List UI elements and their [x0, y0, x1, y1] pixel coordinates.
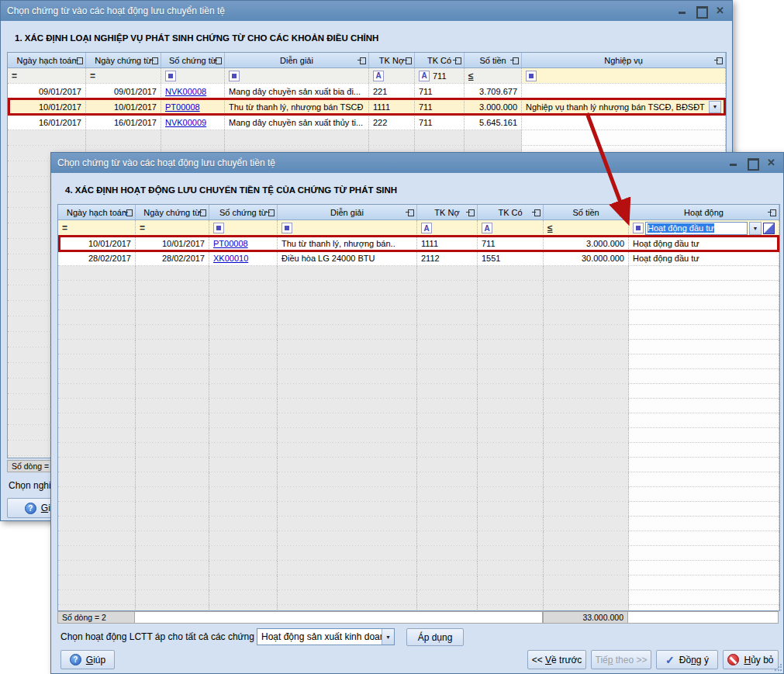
equals-filter-icon[interactable]: = — [140, 223, 145, 233]
column-header-Hoạt động[interactable]: Hoạt động — [629, 205, 779, 219]
minimize-icon[interactable] — [728, 157, 740, 168]
column-header-Số tiền[interactable]: Số tiền — [544, 205, 629, 219]
activity-filter-input[interactable]: Hoạt động đầu tư — [645, 222, 748, 235]
filter-edit-icon[interactable] — [763, 223, 775, 234]
pin-icon[interactable] — [198, 209, 206, 216]
minimize-icon[interactable] — [677, 5, 689, 16]
pin-icon[interactable] — [150, 57, 158, 64]
empty-cell — [415, 130, 465, 145]
table-row[interactable]: 28/02/201728/02/2017XK00010Điều hòa LG 2… — [58, 251, 779, 266]
column-header-TK Nợ[interactable]: TK Nợ — [369, 53, 415, 67]
table-row[interactable]: 10/01/201710/01/2017PT00008Thu từ thanh … — [58, 237, 779, 251]
list-filter-icon[interactable] — [526, 71, 537, 81]
text-filter-icon[interactable]: A — [421, 223, 432, 233]
pin-icon[interactable] — [768, 209, 776, 216]
pin-icon[interactable] — [266, 209, 275, 216]
column-header-Số chứng từ[interactable]: Số chứng từ — [209, 205, 278, 219]
filter-cell[interactable]: A — [417, 220, 478, 236]
filter-cell[interactable]: = — [136, 220, 209, 236]
pin-icon[interactable] — [466, 209, 475, 216]
filter-cell[interactable] — [161, 68, 225, 83]
cancel-button[interactable]: Hủy bỏ — [723, 650, 779, 669]
ok-button[interactable]: ✓Đồng ý — [656, 650, 718, 669]
column-header-TK Có[interactable]: TK Có — [478, 205, 544, 219]
filter-cell[interactable] — [209, 220, 278, 236]
list-filter-icon[interactable] — [633, 223, 644, 233]
list-filter-icon[interactable] — [213, 223, 224, 233]
table-row[interactable]: 10/01/201710/01/2017PT00008Thu từ thanh … — [8, 99, 726, 115]
less-equal-filter-icon[interactable]: ≤ — [547, 223, 553, 233]
document-number-link[interactable]: NVK00009 — [165, 118, 206, 127]
pin-icon[interactable] — [74, 57, 83, 64]
filter-cell[interactable]: A711 — [415, 68, 465, 83]
equals-filter-icon[interactable]: = — [90, 71, 95, 81]
pin-icon[interactable] — [403, 57, 412, 64]
apply-button[interactable]: Áp dụng — [406, 628, 464, 646]
back-button[interactable]: << Về trước — [527, 650, 586, 669]
row-activity-combo[interactable]: Nghiệp vụ thanh lý nhượng bán TSCĐ, BĐSĐ… — [526, 99, 721, 114]
filter-cell[interactable] — [225, 68, 369, 83]
filter-cell[interactable]: Hoạt động đầu tư▼ — [629, 220, 779, 236]
activity-filter-combo[interactable]: Hoạt động đầu tư▼ — [633, 222, 775, 235]
pin-icon[interactable] — [532, 209, 541, 216]
pin-icon[interactable] — [124, 209, 133, 216]
list-filter-icon[interactable] — [165, 71, 176, 81]
less-equal-filter-icon[interactable]: ≤ — [468, 71, 474, 81]
maximize-icon[interactable] — [696, 5, 707, 16]
column-header-Số chứng từ[interactable]: Số chứng từ — [161, 53, 225, 67]
text-filter-icon[interactable]: A — [373, 71, 384, 81]
document-number-link[interactable]: PT00008 — [165, 102, 200, 112]
close-icon[interactable]: ✕ — [765, 157, 777, 168]
chevron-down-icon[interactable]: ▼ — [749, 222, 762, 235]
titlebar-window1[interactable]: Chọn chứng từ vào các hoạt động lưu chuy… — [1, 1, 732, 21]
filter-cell[interactable] — [522, 68, 726, 83]
empty-cell — [278, 546, 417, 560]
filter-cell[interactable]: = — [86, 68, 161, 83]
filter-cell[interactable]: ≤ — [544, 220, 629, 236]
column-header-Diễn giải[interactable]: Diễn giải — [278, 205, 417, 219]
pin-icon[interactable] — [406, 209, 414, 216]
column-header-Diễn giải[interactable]: Diễn giải — [225, 53, 369, 67]
next-button[interactable]: Tiếp theo >> — [591, 650, 651, 669]
list-filter-icon[interactable] — [229, 71, 240, 81]
pin-icon[interactable] — [213, 57, 222, 64]
document-number-link[interactable]: PT00008 — [213, 239, 248, 248]
document-number-link[interactable]: XK00010 — [213, 254, 248, 263]
text-filter-icon[interactable]: A — [482, 223, 492, 233]
column-header-Số tiền[interactable]: Số tiền — [465, 53, 522, 67]
pin-icon[interactable] — [714, 57, 723, 64]
list-filter-icon[interactable] — [281, 223, 292, 233]
filter-cell[interactable]: = — [8, 68, 86, 83]
column-header-TK Có[interactable]: TK Có — [415, 53, 465, 67]
equals-filter-icon[interactable]: = — [62, 223, 67, 233]
empty-cell — [544, 575, 629, 589]
column-header-Ngày chứng từ[interactable]: Ngày chứng từ — [86, 53, 161, 67]
chevron-down-icon[interactable]: ▼ — [382, 629, 394, 645]
maximize-icon[interactable] — [747, 157, 758, 168]
close-icon[interactable]: ✕ — [714, 5, 726, 16]
filter-cell[interactable]: A — [369, 68, 415, 83]
column-header-Ngày hạch toán[interactable]: Ngày hạch toán — [58, 205, 136, 219]
filter-cell[interactable]: A — [478, 220, 544, 236]
chevron-down-icon[interactable]: ▼ — [709, 101, 721, 113]
column-header-TK Nợ[interactable]: TK Nợ — [417, 205, 478, 219]
table-row[interactable]: 09/01/201709/01/2017NVK00008Mang dây chu… — [8, 84, 726, 99]
column-header-Ngày chứng từ[interactable]: Ngày chứng từ — [136, 205, 209, 219]
resize-grip[interactable] — [774, 664, 782, 672]
column-header-Ngày hạch toán[interactable]: Ngày hạch toán — [8, 53, 86, 67]
pin-icon[interactable] — [357, 57, 366, 64]
column-header-Nghiệp vụ[interactable]: Nghiệp vụ — [522, 53, 726, 67]
pin-icon[interactable] — [510, 57, 519, 64]
equals-filter-icon[interactable]: = — [12, 71, 17, 81]
text-filter-icon[interactable]: A — [419, 71, 430, 81]
document-number-link[interactable]: NVK00008 — [165, 87, 206, 96]
pin-icon[interactable] — [617, 209, 626, 216]
filter-cell[interactable]: = — [58, 220, 136, 236]
apply-activity-dropdown[interactable]: Hoạt động sản xuất kinh doanh ▼ — [257, 628, 395, 645]
table-row[interactable]: 16/01/201716/01/2017NVK00009Mang dây chu… — [8, 115, 726, 130]
filter-cell[interactable]: ≤ — [465, 68, 522, 83]
filter-cell[interactable] — [278, 220, 417, 236]
titlebar-window2[interactable]: Chọn chứng từ vào các hoạt động lưu chuy… — [51, 153, 783, 173]
help-button[interactable]: ?Giúp — [60, 650, 115, 669]
pin-icon[interactable] — [453, 57, 461, 64]
